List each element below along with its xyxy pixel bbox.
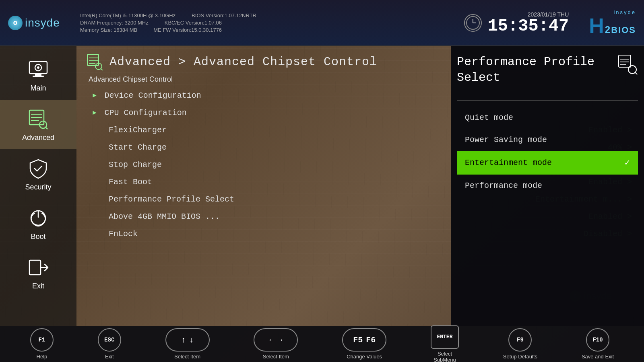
sidebar-item-security[interactable]: Security	[0, 149, 76, 199]
logo-text: insyde	[25, 16, 60, 29]
right-panel: Performance Profile Select Quiet mo	[451, 46, 644, 326]
arrow-icon: ►	[93, 109, 97, 117]
clock-icon	[464, 14, 482, 32]
key-f5-f6[interactable]: F5 F6 Change Values	[342, 328, 386, 360]
sidebar-item-boot-label: Boot	[31, 232, 45, 241]
svg-rect-5	[33, 76, 44, 77]
up-down-button[interactable]: ↑ ↓	[165, 328, 210, 352]
left-arrow-icon: ←	[269, 335, 274, 345]
exit-icon	[26, 255, 50, 280]
key-f1[interactable]: F1 Help	[30, 328, 54, 360]
arrow-icon: ►	[93, 92, 97, 99]
svg-line-23	[101, 68, 103, 70]
key-esc[interactable]: ESC Exit	[98, 328, 121, 360]
f9-label: Setup Defaults	[503, 354, 537, 360]
check-mark-icon: ✓	[625, 157, 630, 168]
left-right-label: Select Item	[263, 354, 289, 360]
key-up-down[interactable]: ↑ ↓ Select Item	[165, 328, 210, 360]
dram-info: DRAM Frequency: 3200 MHz	[80, 20, 149, 26]
clock-time-block: 2023/01/19 THU 15:35:47	[488, 11, 569, 35]
option-entertainment-mode[interactable]: Entertainment mode ✓	[457, 151, 638, 175]
sidebar-item-main[interactable]: Main	[0, 50, 76, 100]
right-arrow-icon: →	[277, 335, 282, 345]
f1-label: Help	[37, 354, 47, 360]
svg-line-29	[635, 72, 638, 74]
down-arrow-icon: ↓	[189, 335, 194, 345]
svg-rect-24	[619, 55, 631, 67]
breadcrumb: Advanced > Advanced Chipset Control	[109, 55, 377, 69]
insyde-brand: insyde	[613, 9, 636, 15]
up-down-label: Select Item	[174, 354, 200, 360]
kbc-version: KBC/EC Version:1.07.06	[165, 20, 222, 26]
svg-rect-16	[29, 260, 41, 275]
bios-version: BIOS Version:1.07.12NRTR	[192, 12, 256, 19]
sidebar-item-boot[interactable]: Boot	[0, 199, 76, 248]
sidebar-item-exit-label: Exit	[32, 282, 44, 290]
page-header-search-icon	[87, 53, 103, 70]
h2-letter: H	[589, 15, 604, 36]
sidebar-item-main-label: Main	[30, 84, 46, 93]
cpu-info: Intel(R) Core(TM) i5-11300H @ 3.10GHz	[80, 12, 175, 19]
search-icon	[26, 107, 50, 131]
clock-time: 15:35:47	[488, 18, 569, 35]
bios-word: BIOS	[611, 25, 636, 35]
f5-key: F5	[353, 335, 363, 345]
key-left-right[interactable]: ← → Select Item	[254, 328, 298, 360]
svg-rect-4	[35, 74, 41, 76]
f1-button[interactable]: F1	[30, 328, 54, 352]
header: o insyde Intel(R) Core(TM) i5-11300H @ 3…	[0, 0, 644, 46]
f5-f6-button[interactable]: F5 F6	[342, 328, 386, 352]
h2-bios-logo: insyde H 2 BIOS	[589, 9, 636, 36]
sidebar-item-security-label: Security	[25, 183, 51, 191]
f10-button[interactable]: F10	[586, 328, 609, 352]
left-right-button[interactable]: ← →	[254, 328, 298, 352]
f6-key: F6	[366, 335, 376, 345]
up-arrow-icon: ↑	[181, 335, 186, 345]
f5-f6-label: Change Values	[347, 354, 382, 360]
f10-label: Save and Exit	[582, 354, 614, 360]
esc-label: Exit	[105, 354, 114, 360]
key-f9[interactable]: F9 Setup Defaults	[503, 328, 537, 360]
option-entertainment-label: Entertainment mode	[465, 158, 552, 167]
option-quiet-mode[interactable]: Quiet mode	[457, 107, 638, 129]
f9-button[interactable]: F9	[508, 328, 532, 352]
svg-point-7	[37, 66, 39, 69]
key-f10[interactable]: F10 Save and Exit	[582, 328, 614, 360]
insyde-logo: o insyde	[8, 16, 60, 30]
option-power-saving-mode[interactable]: Power Saving mode	[457, 129, 638, 151]
panel-divider	[457, 100, 638, 101]
shield-icon	[26, 156, 50, 181]
insyde-circle-icon: o	[8, 16, 23, 30]
enter-button[interactable]: ENTER	[431, 325, 459, 349]
monitor-icon	[26, 58, 50, 82]
sidebar-item-exit[interactable]: Exit	[0, 248, 76, 298]
bottom-bar: F1 Help ESC Exit ↑ ↓ Select Item ← → Sel…	[0, 326, 644, 362]
enter-label: Select SubMenu	[433, 351, 456, 362]
esc-button[interactable]: ESC	[98, 328, 121, 352]
power-icon	[26, 206, 50, 230]
sidebar-item-advanced[interactable]: Advanced	[0, 100, 76, 149]
system-info: Intel(R) Core(TM) i5-11300H @ 3.10GHz BI…	[80, 12, 464, 33]
sidebar-item-advanced-label: Advanced	[22, 134, 54, 142]
sidebar: Main Advanced	[0, 46, 76, 326]
panel-title: Performance Profile Select	[457, 54, 618, 86]
main-layout: Main Advanced	[0, 46, 644, 326]
h2-number: 2	[605, 24, 610, 35]
key-enter-select[interactable]: ENTER Select SubMenu	[431, 325, 459, 362]
memory-info: Memory Size: 16384 MB	[80, 27, 137, 33]
clock-section: 2023/01/19 THU 15:35:47	[464, 11, 569, 35]
panel-search-icon	[618, 54, 638, 74]
option-performance-mode[interactable]: Performance mode	[457, 175, 638, 197]
content-area: o insyde Advanced > Advanced Chipset Con…	[76, 46, 644, 326]
me-fw: ME FW Version:15.0.30.1776	[153, 27, 222, 33]
panel-header: Performance Profile Select	[457, 54, 638, 86]
svg-line-13	[45, 127, 47, 129]
